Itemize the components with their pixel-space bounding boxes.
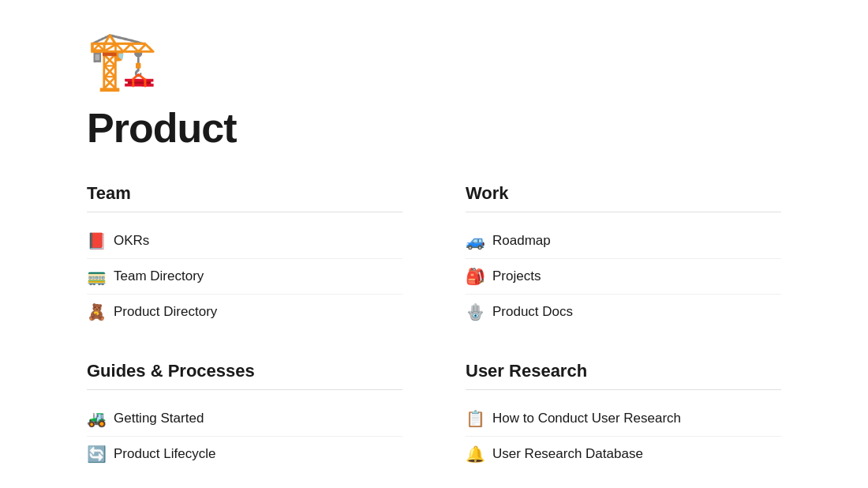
item-emoji-work-2: 🪬 xyxy=(466,302,485,321)
item-emoji-team-2: 🧸 xyxy=(87,302,106,321)
section-title-team: Team xyxy=(87,183,402,212)
list-item[interactable]: 🧸Product Directory xyxy=(87,295,402,329)
item-emoji-guides-0: 🚜 xyxy=(87,409,106,428)
list-item[interactable]: 🎒Projects xyxy=(466,259,781,295)
item-label-team-0: OKRs xyxy=(114,233,149,249)
item-label-work-2: Product Docs xyxy=(492,304,573,320)
list-item[interactable]: 🪬Product Docs xyxy=(466,295,781,329)
section-user-research: User Research📋How to Conduct User Resear… xyxy=(466,361,781,471)
item-emoji-user-research-0: 📋 xyxy=(466,409,485,428)
page-title: Product xyxy=(87,104,781,152)
section-items-work: 🚙Roadmap🎒Projects🪬Product Docs xyxy=(466,223,781,329)
content-grid: Team📕OKRs🚃Team Directory🧸Product Directo… xyxy=(87,183,781,471)
page-icon: 🏗️ xyxy=(87,32,781,88)
item-label-guides-1: Product Lifecycle xyxy=(114,446,215,462)
item-label-team-2: Product Directory xyxy=(114,304,217,320)
section-items-team: 📕OKRs🚃Team Directory🧸Product Directory xyxy=(87,223,402,329)
item-label-team-1: Team Directory xyxy=(114,268,204,284)
list-item[interactable]: 📕OKRs xyxy=(87,223,402,259)
item-emoji-work-0: 🚙 xyxy=(466,231,485,250)
section-work: Work🚙Roadmap🎒Projects🪬Product Docs xyxy=(466,183,781,329)
list-item[interactable]: 🚙Roadmap xyxy=(466,223,781,259)
section-items-guides: 🚜Getting Started🔄Product Lifecycle xyxy=(87,401,402,471)
list-item[interactable]: 🔄Product Lifecycle xyxy=(87,437,402,471)
item-label-user-research-0: How to Conduct User Research xyxy=(492,411,681,426)
item-label-user-research-1: User Research Database xyxy=(492,446,643,462)
list-item[interactable]: 📋How to Conduct User Research xyxy=(466,401,781,437)
list-item[interactable]: 🔔User Research Database xyxy=(466,437,781,471)
item-emoji-guides-1: 🔄 xyxy=(87,445,106,464)
item-label-work-1: Projects xyxy=(492,268,541,284)
item-emoji-team-1: 🚃 xyxy=(87,267,106,286)
item-label-guides-0: Getting Started xyxy=(114,411,204,426)
item-emoji-team-0: 📕 xyxy=(87,231,106,250)
section-items-user-research: 📋How to Conduct User Research🔔User Resea… xyxy=(466,401,781,471)
section-team: Team📕OKRs🚃Team Directory🧸Product Directo… xyxy=(87,183,402,329)
section-title-user-research: User Research xyxy=(466,361,781,390)
list-item[interactable]: 🚜Getting Started xyxy=(87,401,402,437)
section-guides: Guides & Processes🚜Getting Started🔄Produ… xyxy=(87,361,402,471)
page-container: 🏗️ Product Team📕OKRs🚃Team Directory🧸Prod… xyxy=(0,0,868,488)
section-title-work: Work xyxy=(466,183,781,212)
item-label-work-0: Roadmap xyxy=(492,233,551,249)
section-title-guides: Guides & Processes xyxy=(87,361,402,390)
item-emoji-work-1: 🎒 xyxy=(466,267,485,286)
list-item[interactable]: 🚃Team Directory xyxy=(87,259,402,295)
item-emoji-user-research-1: 🔔 xyxy=(466,445,485,464)
